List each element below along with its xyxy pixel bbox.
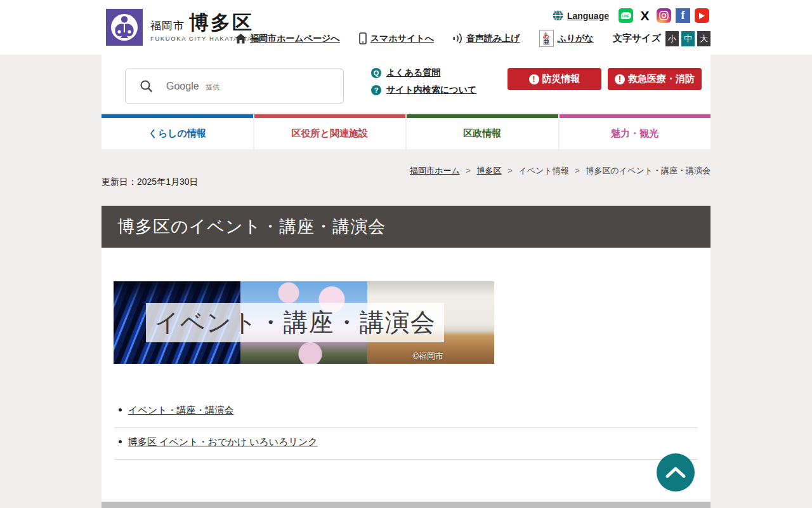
chevron-up-icon [665,466,686,479]
voice-reading-label: 音声読み上げ [466,33,520,44]
breadcrumb-event-info[interactable]: イベント情報 [518,166,568,175]
banner-title: イベント・講座・講演会 [154,305,436,340]
furigana-icon: あ 亜 [539,30,554,47]
language-label: Language [567,11,609,21]
alert-buttons: ! 防災情報 ! 救急医療・消防 [508,68,702,90]
facebook-icon[interactable]: f [676,8,690,23]
question-icon: ? [371,85,381,95]
font-size-large-button[interactable]: 大 [697,31,710,46]
banner-title-band: イベント・講座・講演会 [146,303,444,342]
header-inner: 福岡市 博多区 FUKUOKA CITY HAKATA WARD Languag… [102,0,710,55]
furigana-label: ふりがな [558,33,594,44]
line-icon[interactable]: LINE [619,8,633,23]
breadcrumb-separator: > [466,166,471,175]
logo-city-name: 福岡市 [150,18,185,33]
tab-label: くらしの情報 [148,128,206,140]
main-content: イベント・講座・講演会 ©福岡市 イベント・講座・講演会 博多区 イベント・おで… [102,248,710,502]
search-provider-note: 提供 [206,83,219,91]
city-home-link[interactable]: 福岡市ホームページへ [235,33,340,44]
disaster-info-label: 防災情報 [542,73,580,85]
breadcrumb-separator: > [508,166,513,175]
tab-label: 区役所と関連施設 [292,128,368,140]
footer-top-bar [102,502,710,508]
font-size-small-button[interactable]: 小 [665,31,679,46]
about-search-link[interactable]: ? サイト内検索について [371,84,476,96]
font-size-control: 文字サイズ 小 中 大 [613,31,710,46]
facebook-glyph: f [681,9,685,22]
exclamation-icon: ! [615,74,625,84]
social-links: LINE X f [619,8,709,23]
header-link-row: 福岡市ホームページへ スマホサイトへ 音声読み上げ あ [235,30,710,47]
mobile-site-label: スマホサイトへ [370,33,434,44]
line-bubble: LINE [621,12,631,19]
furigana-icon-kanji: 亜 [543,39,549,45]
home-icon [235,34,246,44]
search-icon [140,79,154,93]
fukuoka-city-emblem-icon [106,9,143,46]
font-size-label: 文字サイズ [613,32,661,44]
faq-label: よくある質問 [386,67,440,79]
exclamation-icon: ! [529,74,539,84]
search-placeholder: Google 提供 [166,81,219,92]
tab-label: 魅力・観光 [611,128,658,140]
tab-living-info[interactable]: くらしの情報 [102,114,253,149]
header-top-row: Language LINE X f [553,8,709,23]
site-header: 福岡市 博多区 FUKUOKA CITY HAKATA WARD Languag… [0,0,812,55]
tab-ward-office[interactable]: 区役所と関連施設 [254,114,406,149]
search-help-links: Q よくある質問 ? サイト内検索について [371,67,476,96]
tab-label: 区政情報 [463,128,501,140]
x-twitter-icon[interactable]: X [638,8,652,23]
event-banner-image: イベント・講座・講演会 ©福岡市 [114,281,494,364]
list-item: イベント・講座・講演会 [114,404,698,428]
smartphone-icon [359,32,367,44]
search-input[interactable]: Google 提供 [125,69,344,104]
faq-link[interactable]: Q よくある質問 [371,67,476,79]
globe-icon [553,10,563,21]
about-search-label: サイト内検索について [386,84,476,96]
updated-date: 更新日：2025年1月30日 [102,177,199,188]
furigana-icon-kana: あ [543,32,549,39]
font-size-medium-button[interactable]: 中 [681,31,695,46]
tab-attraction-tourism[interactable]: 魅力・観光 [560,114,711,149]
list-item: 博多区 イベント・おでかけ いろいろリンク [114,436,698,460]
search-provider: Google [166,81,199,91]
scroll-to-top-button[interactable] [657,453,695,491]
breadcrumb: 福岡市ホーム > 博多区 > イベント情報 > 博多区のイベント・講座・講演会 [410,165,710,177]
page-title: 博多区のイベント・講座・講演会 [117,215,386,238]
content-link-list: イベント・講座・講演会 博多区 イベント・おでかけ いろいろリンク [114,404,698,468]
tab-ward-administration[interactable]: 区政情報 [407,114,558,149]
mobile-site-link[interactable]: スマホサイトへ [359,32,434,44]
banner-credit: ©福岡市 [412,351,443,362]
q-icon: Q [371,68,381,78]
city-home-label: 福岡市ホームページへ [250,33,340,44]
language-link[interactable]: Language [553,10,609,21]
breadcrumb-current-page: 博多区のイベント・講座・講演会 [586,166,710,175]
breadcrumb-hakata-ward[interactable]: 博多区 [477,166,502,175]
furigana-link[interactable]: あ 亜 ふりがな [539,30,594,47]
breadcrumb-separator: > [575,166,580,175]
emergency-medical-label: 救急医療・消防 [628,73,695,85]
instagram-camera-glyph [659,11,669,20]
main-navigation: くらしの情報 区役所と関連施設 区政情報 魅力・観光 [102,114,710,149]
speaker-icon [453,33,462,44]
youtube-icon[interactable] [695,8,709,23]
voice-reading-link[interactable]: 音声読み上げ [453,33,520,44]
instagram-icon[interactable] [657,8,671,23]
disaster-info-button[interactable]: ! 防災情報 [508,68,601,90]
outing-links-link[interactable]: 博多区 イベント・おでかけ いろいろリンク [128,436,318,447]
emergency-medical-button[interactable]: ! 救急医療・消防 [608,68,702,90]
youtube-play-glyph [699,13,705,19]
search-section: Google 提供 Q よくある質問 ? サイト内検索について ! 防災情報 !… [102,55,710,113]
event-lecture-link[interactable]: イベント・講座・講演会 [128,404,233,415]
x-glyph: X [640,9,649,22]
page-title-bar: 博多区のイベント・講座・講演会 [102,206,710,248]
breadcrumb-city-home[interactable]: 福岡市ホーム [410,166,460,175]
